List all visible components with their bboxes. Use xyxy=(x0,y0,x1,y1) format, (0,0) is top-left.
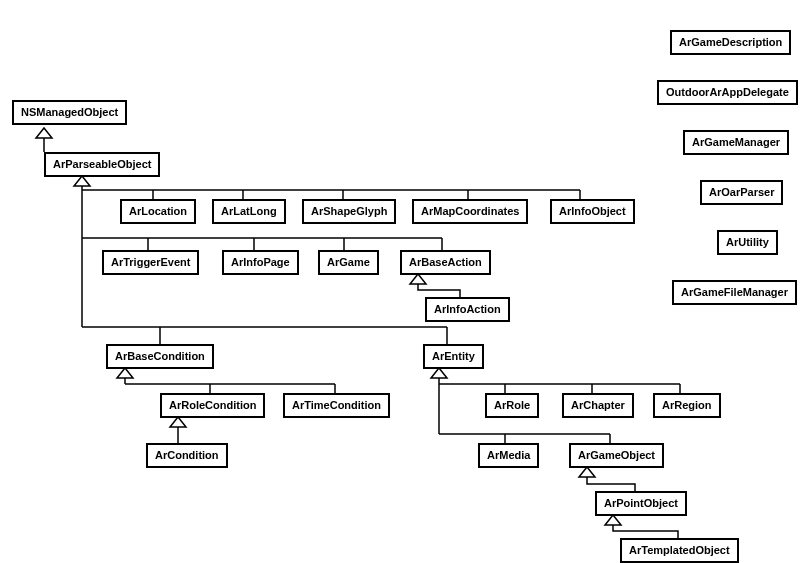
svg-marker-0 xyxy=(36,128,52,138)
class-arrolecondition: ArRoleCondition xyxy=(160,393,265,418)
class-argamemanager: ArGameManager xyxy=(683,130,789,155)
class-outdoorarappdelegate: OutdoorArAppDelegate xyxy=(657,80,798,105)
class-arbasecondition: ArBaseCondition xyxy=(106,344,214,369)
class-armedia: ArMedia xyxy=(478,443,539,468)
class-nsmanagedobject: NSManagedObject xyxy=(12,100,127,125)
class-arshapeglyph: ArShapeGlyph xyxy=(302,199,396,224)
class-arinfoobject: ArInfoObject xyxy=(550,199,635,224)
class-arregion: ArRegion xyxy=(653,393,721,418)
class-arcondition: ArCondition xyxy=(146,443,228,468)
class-arbaseaction: ArBaseAction xyxy=(400,250,491,275)
svg-marker-34 xyxy=(579,467,595,477)
svg-marker-14 xyxy=(410,274,426,284)
class-arinfoaction: ArInfoAction xyxy=(425,297,510,322)
class-argamedescription: ArGameDescription xyxy=(670,30,791,55)
class-argame: ArGame xyxy=(318,250,379,275)
class-aroarparser: ArOarParser xyxy=(700,180,783,205)
class-artemplatedobject: ArTemplatedObject xyxy=(620,538,739,563)
class-arinfopage: ArInfoPage xyxy=(222,250,299,275)
svg-marker-23 xyxy=(170,417,186,427)
class-artimecondition: ArTimeCondition xyxy=(283,393,390,418)
class-arlocation: ArLocation xyxy=(120,199,196,224)
class-arparseableobject: ArParseableObject xyxy=(44,152,160,177)
svg-marker-1 xyxy=(74,176,90,186)
svg-marker-18 xyxy=(117,368,133,378)
class-archapter: ArChapter xyxy=(562,393,634,418)
class-arutility: ArUtility xyxy=(717,230,778,255)
class-arentity: ArEntity xyxy=(423,344,484,369)
class-argamefilemanager: ArGameFileManager xyxy=(672,280,797,305)
class-armapcoordinates: ArMapCoordinates xyxy=(412,199,528,224)
class-arlatlong: ArLatLong xyxy=(212,199,286,224)
class-arrole: ArRole xyxy=(485,393,539,418)
class-arpointobject: ArPointObject xyxy=(595,491,687,516)
class-artriggerevent: ArTriggerEvent xyxy=(102,250,199,275)
diagram-canvas: NSManagedObject ArParseableObject ArLoca… xyxy=(0,0,811,563)
svg-marker-24 xyxy=(431,368,447,378)
class-argameobject: ArGameObject xyxy=(569,443,664,468)
svg-marker-35 xyxy=(605,515,621,525)
